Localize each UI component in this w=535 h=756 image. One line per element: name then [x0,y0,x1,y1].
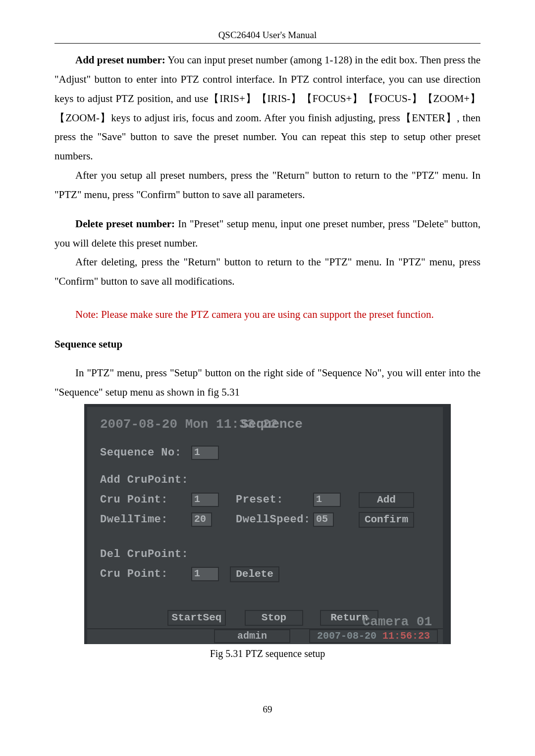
page-header: QSC26404 User's Manual [54,30,481,41]
delete-preset-label: Delete preset number: [75,218,175,230]
camera-overlay-text: Camera 01 [363,614,432,629]
paragraph-add-preset: Add preset number: You can input preset … [54,50,481,166]
status-user: admin [214,629,290,643]
startseq-button[interactable]: StartSeq [167,610,226,626]
paragraph-after-deleting: After deleting, press the "Return" butto… [54,252,481,291]
status-time: 11:56:23 [382,630,430,642]
figure-caption: Fig 5.31 PTZ sequence setup [84,648,451,659]
sequence-no-label: Sequence No: [100,447,181,459]
add-preset-label: Add preset number: [75,54,165,66]
del-crupoint-label: Del CruPoint: [100,548,188,560]
dwelltime-input[interactable]: 20 [191,512,212,527]
dwellspeed-label: DwellSpeed: [236,513,311,526]
screen-title-overlay: Sequence [241,417,303,432]
status-bar: admin 2007-08-20 11:56:23 [87,628,443,644]
header-rule [54,43,481,44]
preset-label: Preset: [236,494,283,506]
dwelltime-label: DwellTime: [100,513,168,526]
paragraph-delete-preset: Delete preset number: In "Preset" setup … [54,214,481,253]
sequence-setup-screenshot: 2007-08-20 Mon 11:33:22 Sequence Sequenc… [84,404,451,644]
add-crupoint-label: Add CruPoint: [100,474,188,486]
paragraph-after-setup: After you setup all preset numbers, pres… [54,166,481,204]
add-preset-text: You can input preset number (among 1-128… [54,54,481,162]
add-button[interactable]: Add [359,492,414,508]
dwellspeed-input[interactable]: 05 [313,512,334,527]
note-text: Note: Please make sure the PTZ camera yo… [54,305,481,324]
del-cru-point-input[interactable]: 1 [191,567,219,581]
paragraph-sequence-intro: In "PTZ" menu, press "Setup" button on t… [54,363,481,402]
del-cru-point-label: Cru Point: [100,568,168,580]
cru-point-input[interactable]: 1 [191,493,219,507]
page-number: 69 [54,704,481,715]
confirm-button[interactable]: Confirm [359,512,414,528]
delete-button[interactable]: Delete [230,566,279,582]
cru-point-label: Cru Point: [100,494,168,506]
preset-input[interactable]: 1 [313,493,341,507]
sequence-no-input[interactable]: 1 [191,446,219,460]
stop-button[interactable]: Stop [245,610,303,626]
status-datetime: 2007-08-20 11:56:23 [309,629,438,643]
status-date: 2007-08-20 [317,630,382,642]
sequence-setup-heading: Sequence setup [54,338,481,351]
